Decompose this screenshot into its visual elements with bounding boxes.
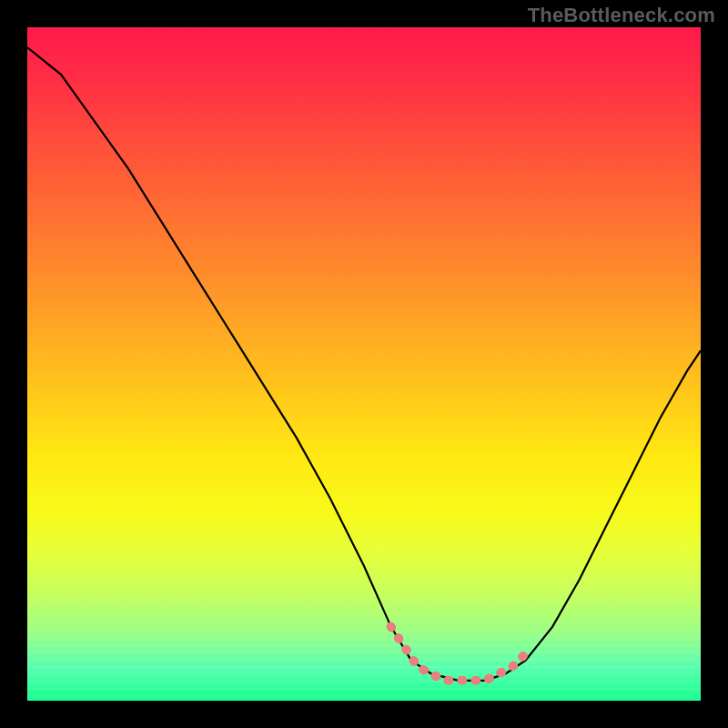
bottleneck-curve-path	[27, 47, 701, 681]
plot-area	[27, 27, 701, 701]
bottom-banding	[27, 637, 701, 701]
watermark-text: TheBottleneck.com	[528, 4, 715, 27]
trough-highlight-path	[391, 627, 526, 681]
curve-layer	[27, 27, 701, 701]
chart-frame: TheBottleneck.com	[0, 0, 728, 728]
